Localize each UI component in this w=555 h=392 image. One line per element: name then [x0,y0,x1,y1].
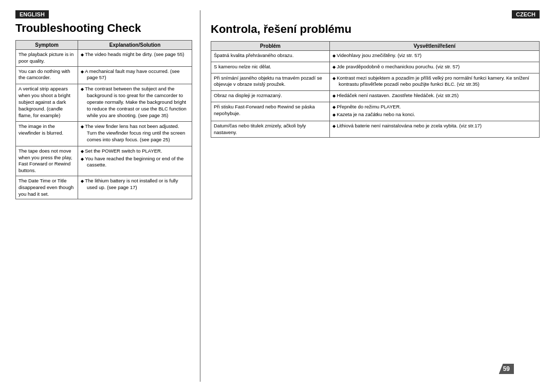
problem-cell: Špatná kvalita přehrávaného obrazu. [211,51,330,62]
list-item: You have reached the beginning or end of… [81,156,189,169]
symptom-cell: The playback picture is in poor quality. [16,50,78,67]
list-item: A mechanical fault may have occurred. (s… [81,68,189,82]
problem-header: Problém [211,42,330,51]
explanation-cell: The view finder lens has not been adjust… [78,122,192,146]
solution-cell: Lithiová baterie není nainstalována nebo… [329,121,539,138]
right-title: Kontrola, řešení problému [211,23,540,36]
list-item: The contrast between the subject and the… [81,86,189,119]
table-row: You can do nothing with the camcorder.A … [16,66,192,84]
list-item: The video heads might be dirty. (see pag… [81,51,189,58]
table-row: A vertical strip appears when you shoot … [16,84,192,122]
problem-cell: Při snímání jasného objektu na tmavém po… [211,73,330,91]
problem-cell: Obraz na displeji je rozmazaný. [211,91,330,102]
list-item: Set the POWER switch to PLAYER. [81,148,189,155]
list-item: Lithiová baterie není nainstalována nebo… [332,123,536,129]
symptom-cell: A vertical strip appears when you shoot … [16,84,78,122]
table-row: The tape does not move when you press th… [16,146,192,176]
list-item: The lithium battery is not installed or … [81,178,189,191]
symptom-cell: The tape does not move when you press th… [16,146,78,176]
explanation-cell: The contrast between the subject and the… [78,84,192,122]
left-section: ENGLISH Troubleshooting Check Symptom Ex… [15,10,200,382]
list-item: Kazeta je na začátku nebo na konci. [332,111,536,118]
symptom-cell: You can do nothing with the camcorder. [16,66,78,84]
solution-cell: Kontrast mezi subjektem a pozadím je pří… [329,73,539,91]
solution-cell: Videohlavy jsou znečištěny. (viz str. 57… [329,51,539,62]
solution-cell: Přepněte do režimu PLAYER.Kazeta je na z… [329,102,539,121]
list-item: The view finder lens has not been adjust… [81,123,189,143]
czech-badge: CZECH [512,10,540,18]
table-row: Obraz na displeji je rozmazaný.Hledáček … [211,91,540,102]
list-item: Přepněte do režimu PLAYER. [332,104,536,110]
table-row: Při stisku Fast-Forward nebo Rewind se p… [211,102,540,121]
english-badge: ENGLISH [15,10,49,18]
explanation-cell: The lithium battery is not installed or … [78,176,192,199]
table-row: S kamerou nelze nic dělat.Jde pravděpodo… [211,62,540,73]
explanation-cell: Set the POWER switch to PLAYER.You have … [78,146,192,176]
solution-header: Vysvětlení/řešení [329,42,539,51]
list-item: Jde pravděpodobně o mechanickou poruchu.… [332,64,536,70]
list-item: Hledáček není nastaven. Zaostřete hledáč… [332,92,536,99]
table-row: Datum/čas nebo titulek zmizely, ačkoli b… [211,121,540,138]
symptom-cell: The image in the viewfinder is blurred. [16,122,78,146]
problem-cell: Při stisku Fast-Forward nebo Rewind se p… [211,102,330,121]
solution-cell: Jde pravděpodobně o mechanickou poruchu.… [329,62,539,73]
left-title: Troubleshooting Check [15,22,192,35]
right-table: Problém Vysvětlení/řešení Špatná kvalita… [211,41,540,138]
problem-cell: S kamerou nelze nic dělat. [211,62,330,73]
symptom-header: Symptom [16,41,78,50]
list-item: Kontrast mezi subjektem a pozadím je pří… [332,75,536,88]
table-row: The image in the viewfinder is blurred.T… [16,122,192,146]
list-item: Videohlavy jsou znečištěny. (viz str. 57… [332,52,536,59]
explanation-cell: The video heads might be dirty. (see pag… [78,50,192,67]
left-table: Symptom Explanation/Solution The playbac… [15,40,192,199]
solution-cell: Hledáček není nastaven. Zaostřete hledáč… [329,91,539,102]
right-section: CZECH Kontrola, řešení problému Problém … [200,10,540,382]
explanation-header: Explanation/Solution [78,41,192,50]
problem-cell: Datum/čas nebo titulek zmizely, ačkoli b… [211,121,330,138]
table-row: Při snímání jasného objektu na tmavém po… [211,73,540,91]
table-row: Špatná kvalita přehrávaného obrazu.Video… [211,51,540,62]
symptom-cell: The Date Time or Title disappeared even … [16,176,78,199]
table-row: The Date Time or Title disappeared even … [16,176,192,199]
page: ENGLISH Troubleshooting Check Symptom Ex… [0,0,555,392]
table-row: The playback picture is in poor quality.… [16,50,192,67]
explanation-cell: A mechanical fault may have occurred. (s… [78,66,192,84]
